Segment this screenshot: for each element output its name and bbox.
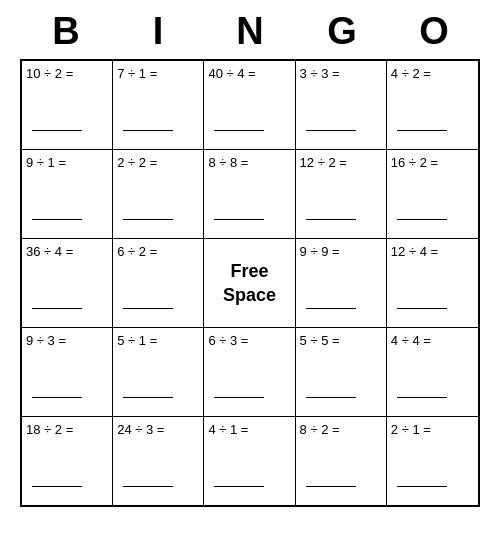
cell-answer-line	[123, 308, 173, 309]
cell-answer-line	[32, 397, 82, 398]
cell-answer-line	[123, 219, 173, 220]
cell-equation: 18 ÷ 2 =	[26, 422, 73, 439]
cell-equation: 4 ÷ 1 =	[208, 422, 248, 439]
cell-answer-line	[32, 130, 82, 131]
bingo-cell-1-3: 12 ÷ 2 =	[296, 150, 387, 238]
cell-answer-line	[214, 486, 264, 487]
bingo-cell-2-1: 6 ÷ 2 =	[113, 239, 204, 327]
bingo-cell-0-1: 7 ÷ 1 =	[113, 61, 204, 149]
cell-answer-line	[306, 308, 356, 309]
bingo-cell-4-1: 24 ÷ 3 =	[113, 417, 204, 505]
cell-answer-line	[306, 219, 356, 220]
bingo-cell-1-1: 2 ÷ 2 =	[113, 150, 204, 238]
bingo-row-4: 18 ÷ 2 =24 ÷ 3 =4 ÷ 1 =8 ÷ 2 =2 ÷ 1 =	[22, 417, 478, 505]
bingo-cell-2-3: 9 ÷ 9 =	[296, 239, 387, 327]
bingo-cell-2-0: 36 ÷ 4 =	[22, 239, 113, 327]
cell-answer-line	[397, 219, 447, 220]
cell-answer-line	[306, 130, 356, 131]
cell-answer-line	[306, 397, 356, 398]
free-space-cell: Free Space	[204, 239, 295, 327]
cell-equation: 24 ÷ 3 =	[117, 422, 164, 439]
cell-answer-line	[123, 486, 173, 487]
bingo-letter-g: G	[302, 10, 382, 53]
cell-equation: 9 ÷ 3 =	[26, 333, 66, 350]
bingo-row-1: 9 ÷ 1 =2 ÷ 2 =8 ÷ 8 =12 ÷ 2 =16 ÷ 2 =	[22, 150, 478, 239]
cell-equation: 8 ÷ 8 =	[208, 155, 248, 172]
bingo-cell-1-4: 16 ÷ 2 =	[387, 150, 478, 238]
free-space-text: Free Space	[223, 260, 276, 307]
cell-answer-line	[214, 130, 264, 131]
cell-equation: 7 ÷ 1 =	[117, 66, 157, 83]
cell-answer-line	[306, 486, 356, 487]
cell-equation: 9 ÷ 9 =	[300, 244, 340, 261]
cell-answer-line	[123, 397, 173, 398]
bingo-letter-o: O	[394, 10, 474, 53]
bingo-row-0: 10 ÷ 2 =7 ÷ 1 =40 ÷ 4 =3 ÷ 3 =4 ÷ 2 =	[22, 61, 478, 150]
cell-equation: 36 ÷ 4 =	[26, 244, 73, 261]
bingo-cell-4-2: 4 ÷ 1 =	[204, 417, 295, 505]
cell-answer-line	[397, 397, 447, 398]
cell-equation: 5 ÷ 1 =	[117, 333, 157, 350]
bingo-cell-0-2: 40 ÷ 4 =	[204, 61, 295, 149]
cell-equation: 16 ÷ 2 =	[391, 155, 438, 172]
bingo-cell-3-4: 4 ÷ 4 =	[387, 328, 478, 416]
cell-equation: 2 ÷ 2 =	[117, 155, 157, 172]
cell-equation: 2 ÷ 1 =	[391, 422, 431, 439]
cell-equation: 6 ÷ 3 =	[208, 333, 248, 350]
cell-answer-line	[214, 219, 264, 220]
cell-equation: 9 ÷ 1 =	[26, 155, 66, 172]
bingo-cell-4-0: 18 ÷ 2 =	[22, 417, 113, 505]
bingo-cell-3-2: 6 ÷ 3 =	[204, 328, 295, 416]
cell-equation: 10 ÷ 2 =	[26, 66, 73, 83]
cell-equation: 5 ÷ 5 =	[300, 333, 340, 350]
bingo-cell-0-0: 10 ÷ 2 =	[22, 61, 113, 149]
bingo-letter-b: B	[26, 10, 106, 53]
bingo-cell-2-4: 12 ÷ 4 =	[387, 239, 478, 327]
bingo-letter-n: N	[210, 10, 290, 53]
bingo-row-2: 36 ÷ 4 =6 ÷ 2 =Free Space9 ÷ 9 =12 ÷ 4 =	[22, 239, 478, 328]
bingo-grid: 10 ÷ 2 =7 ÷ 1 =40 ÷ 4 =3 ÷ 3 =4 ÷ 2 =9 ÷…	[20, 59, 480, 507]
cell-equation: 4 ÷ 4 =	[391, 333, 431, 350]
cell-answer-line	[214, 397, 264, 398]
cell-answer-line	[32, 219, 82, 220]
cell-equation: 40 ÷ 4 =	[208, 66, 255, 83]
cell-equation: 8 ÷ 2 =	[300, 422, 340, 439]
cell-answer-line	[397, 486, 447, 487]
cell-answer-line	[32, 486, 82, 487]
cell-equation: 12 ÷ 4 =	[391, 244, 438, 261]
cell-answer-line	[32, 308, 82, 309]
bingo-cell-3-3: 5 ÷ 5 =	[296, 328, 387, 416]
cell-equation: 12 ÷ 2 =	[300, 155, 347, 172]
bingo-cell-3-1: 5 ÷ 1 =	[113, 328, 204, 416]
cell-answer-line	[397, 308, 447, 309]
bingo-cell-1-0: 9 ÷ 1 =	[22, 150, 113, 238]
cell-equation: 3 ÷ 3 =	[300, 66, 340, 83]
bingo-cell-3-0: 9 ÷ 3 =	[22, 328, 113, 416]
bingo-letter-i: I	[118, 10, 198, 53]
bingo-cell-1-2: 8 ÷ 8 =	[204, 150, 295, 238]
bingo-row-3: 9 ÷ 3 =5 ÷ 1 =6 ÷ 3 =5 ÷ 5 =4 ÷ 4 =	[22, 328, 478, 417]
cell-equation: 6 ÷ 2 =	[117, 244, 157, 261]
bingo-cell-4-4: 2 ÷ 1 =	[387, 417, 478, 505]
bingo-cell-0-4: 4 ÷ 2 =	[387, 61, 478, 149]
bingo-cell-4-3: 8 ÷ 2 =	[296, 417, 387, 505]
cell-answer-line	[123, 130, 173, 131]
bingo-title: BINGO	[20, 0, 480, 59]
cell-equation: 4 ÷ 2 =	[391, 66, 431, 83]
cell-answer-line	[397, 130, 447, 131]
bingo-cell-0-3: 3 ÷ 3 =	[296, 61, 387, 149]
